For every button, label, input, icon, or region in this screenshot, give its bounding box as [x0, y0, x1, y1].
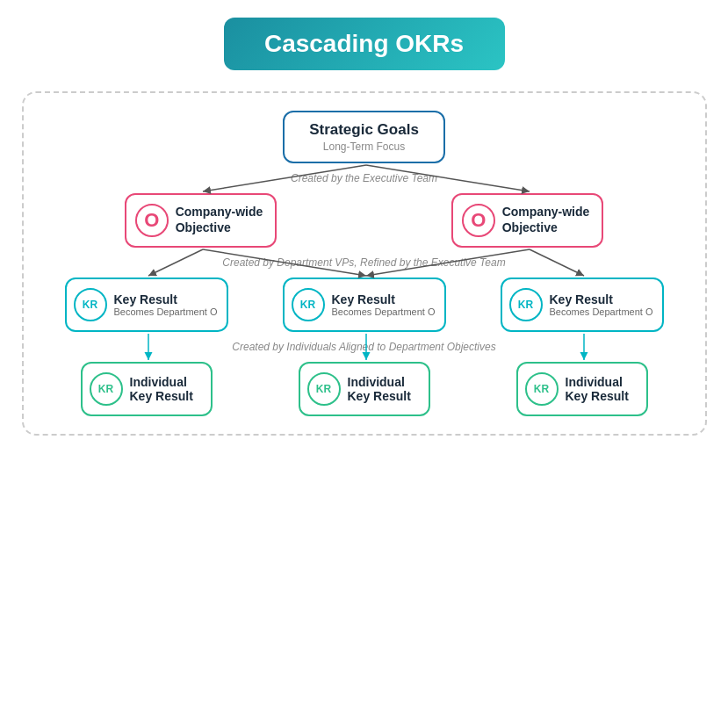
badge-KR-3: KR: [509, 288, 543, 321]
strategic-title: Strategic Goals: [309, 121, 419, 139]
objective-text-2: Company-wideObjective: [502, 205, 590, 235]
strategic-subtitle: Long-Term Focus: [309, 141, 419, 153]
strategic-goals-box: Strategic Goals Long-Term Focus: [283, 111, 445, 163]
main-title: Cascading OKRs: [259, 30, 470, 58]
ikr-text-1: IndividualKey Result: [130, 375, 193, 403]
objective-box-1: O Company-wideObjective: [125, 193, 278, 248]
label-individuals: Created by Individuals Aligned to Depart…: [38, 341, 691, 353]
badge-IKR-3: KR: [525, 372, 559, 406]
ikr-text-2: IndividualKey Result: [348, 375, 411, 403]
objective-box-2: O Company-wideObjective: [451, 193, 604, 248]
badge-KR-1: KR: [74, 288, 107, 321]
badge-O-1: O: [135, 204, 169, 237]
badge-IKR-1: KR: [90, 372, 123, 406]
kr-text-1: Key Result Becomes Department O: [114, 292, 218, 317]
kr-text-3: Key Result Becomes Department O: [550, 292, 653, 317]
kr-box-1: KR Key Result Becomes Department O: [65, 278, 228, 332]
ikr-box-1: KR IndividualKey Result: [81, 362, 213, 416]
page: Cascading OKRs Strategic Goals Long-Term…: [22, 18, 707, 711]
ikr-text-3: IndividualKey Result: [566, 375, 629, 403]
diagram: Strategic Goals Long-Term Focus Created …: [22, 91, 707, 436]
badge-IKR-2: KR: [307, 372, 341, 406]
kr-text-2: Key Result Becomes Department O: [332, 292, 436, 317]
ikr-box-3: KR IndividualKey Result: [516, 362, 648, 416]
badge-O-2: O: [462, 204, 495, 237]
kr-box-3: KR Key Result Becomes Department O: [501, 278, 664, 332]
label-vp: Created by Department VPs, Refined by th…: [38, 256, 691, 269]
badge-KR-2: KR: [292, 288, 325, 321]
objective-text-1: Company-wideObjective: [176, 205, 263, 235]
ikr-box-2: KR IndividualKey Result: [299, 362, 430, 416]
title-box: Cascading OKRs: [224, 18, 505, 70]
kr-box-2: KR Key Result Becomes Department O: [283, 278, 446, 332]
label-exec: Created by the Executive Team: [38, 172, 691, 184]
